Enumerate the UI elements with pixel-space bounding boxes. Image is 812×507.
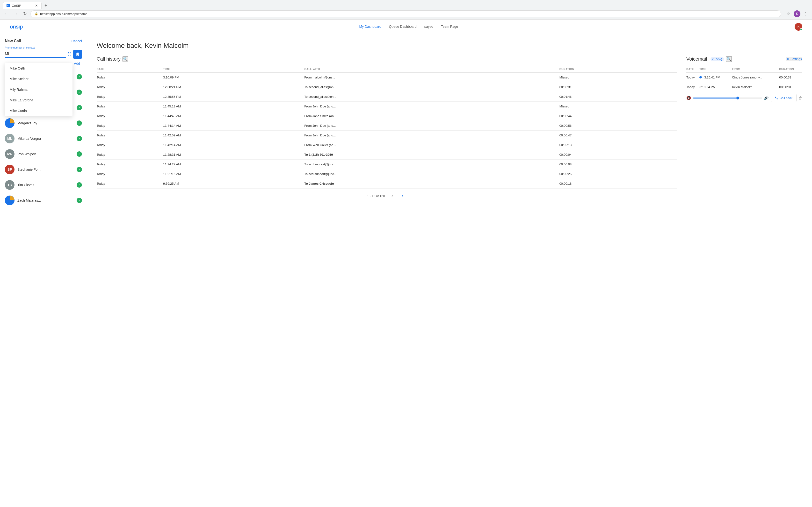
tab-close-btn[interactable]: ✕ [35,4,38,7]
sidebar: New Call Cancel Phone number or contact … [0,34,87,507]
online-badge: ✓ [77,74,82,79]
add-button[interactable]: Add [72,61,82,66]
ch-call-with: To second_alias@on... [304,92,559,102]
vm-date: Today [686,73,699,82]
ch-call-with: From John Doe (ano... [304,131,559,140]
list-item[interactable]: Zach Mataras... ✓ [0,193,87,208]
nav-right: K [795,23,802,31]
call-button[interactable] [73,50,82,59]
next-page-button[interactable]: › [400,192,406,199]
voicemail-settings-button[interactable]: ⚙ Settings [786,57,802,61]
ch-time: 11:42:59 AM [163,131,304,140]
dialpad-icon[interactable]: ⠿ [68,51,71,57]
avatar: ML [5,134,14,144]
online-badge: ✓ [77,136,82,141]
new-tab-button[interactable]: + [43,2,49,9]
browser-chrome: O OnSIP ✕ + ← → ↻ 🔒 https://app.onsip.co… [0,0,812,19]
dropdown-item-mike-la-vorgna[interactable]: Mike La Vorgna [5,95,72,106]
browser-tab[interactable]: O OnSIP ✕ [3,2,42,9]
ch-time: 11:24:27 AM [163,160,304,169]
cancel-button[interactable]: Cancel [71,39,82,43]
table-row: Today11:44:14 AMFrom John Doe (ano...00:… [97,121,677,131]
forward-button[interactable]: → [12,10,19,17]
phone-input[interactable] [5,51,66,58]
ch-date: Today [97,73,163,82]
ch-call-with: To second_alias@on... [304,82,559,92]
ch-time: 11:44:45 AM [163,111,304,121]
settings-label: Settings [791,57,802,61]
list-item[interactable]: RW Rob Wolpov ✓ [0,146,87,162]
address-bar[interactable]: 🔒 https://app.onsip.com/app/#/home [31,10,781,17]
col-date: DATE [97,66,163,73]
list-item[interactable]: SF Stephanie For... ✓ [0,162,87,177]
audio-thumb [737,97,739,100]
ch-date: Today [97,131,163,140]
url-text: https://app.onsip.com/app/#/home [40,12,777,16]
phone-input-row: ⠿ [5,50,82,59]
table-row: Today 3:10:24 PM Kevin Malcolm 00:00:01 [686,82,802,92]
welcome-title: Welcome back, Kevin Malcolm [97,42,802,50]
list-item[interactable]: ML Mike La Vorgna ✓ [0,131,87,146]
pagination: 1 - 12 of 120 ‹ › [97,192,677,199]
dropdown-item-mily-rahman[interactable]: Mily Rahman [5,84,72,95]
reload-button[interactable]: ↻ [21,10,29,17]
online-badge: ✓ [77,151,82,157]
ch-call-with: To acd.support@junc... [304,160,559,169]
dropdown-item-mike-curtin[interactable]: Mike Curtin [5,106,72,116]
vm-col-duration: DURATION [779,66,802,73]
call-history-search-button[interactable]: 🔍 [122,56,128,62]
vm-from: Kevin Malcolm [732,82,779,92]
profile-button[interactable]: K [794,10,800,17]
avatar: TC [5,180,14,190]
more-options-icon[interactable]: ⋮ [802,10,809,17]
dropdown-item-mike-oeth[interactable]: Mike Oeth [5,63,72,74]
top-nav: onsip My Dashboard Queue Dashboard sayso… [0,19,812,34]
browser-actions: ☆ K ⋮ [785,10,809,17]
nav-my-dashboard[interactable]: My Dashboard [359,20,381,33]
call-back-button[interactable]: Call back [771,94,797,102]
ch-time: 11:28:31 AM [163,150,304,160]
nav-team-page[interactable]: Team Page [441,20,458,33]
back-button[interactable]: ← [3,10,10,17]
contact-list: JG Jim Greenberg ✓ Joseph De Bari ✓ [0,69,87,507]
vm-time: 3:10:24 PM [699,82,732,92]
volume-icon[interactable]: 🔊 [764,96,769,100]
table-row: Today11:21:16 AMTo acd.support@junc...00… [97,169,677,179]
online-badge: ✓ [77,105,82,110]
user-avatar[interactable]: K [795,23,802,31]
ch-duration: 00:00:44 [559,111,677,121]
avatar: SF [5,165,14,174]
ch-duration: 00:00:47 [559,131,677,140]
ch-time: 11:42:14 AM [163,140,304,150]
contact-name: Stephanie For... [17,168,74,171]
ch-duration: 00:00:18 [559,179,677,188]
call-history-header: Call history 🔍 [97,56,677,62]
delete-voicemail-button[interactable]: 🗑 [799,96,802,100]
prev-page-button[interactable]: ‹ [389,192,396,199]
contact-name: Zach Mataras... [17,199,74,202]
table-row: Today12:35:56 PMTo second_alias@on...00:… [97,92,677,102]
voicemail-search-button[interactable]: 🔍 [726,56,732,62]
bookmark-star-icon[interactable]: ☆ [785,10,792,17]
nav-sayso[interactable]: sayso [424,20,433,33]
nav-queue-dashboard[interactable]: Queue Dashboard [389,20,416,33]
audio-progress-bar[interactable] [693,98,762,99]
autocomplete-dropdown: Mike Oeth Mike Steiner Mily Rahman Mike … [5,63,72,116]
vm-duration: 00:00:01 [779,82,802,92]
vm-col-from: FROM [732,66,779,73]
contact-name: Rob Wolpov [17,152,74,156]
mute-icon[interactable]: 🔇 [686,96,691,100]
dropdown-item-mike-steiner[interactable]: Mike Steiner [5,74,72,84]
ch-time: 12:38:21 PM [163,82,304,92]
pagination-text: 1 - 12 of 120 [367,194,385,198]
ch-date: Today [97,160,163,169]
list-item[interactable]: TC Tim Cleves ✓ [0,177,87,193]
ch-call-with: To 1 (215) 701-3050 [304,150,559,160]
tab-favicon: O [6,4,10,7]
list-item[interactable]: Margaret Joy ✓ [0,115,87,131]
ch-call-with: From Jane Smith (an... [304,111,559,121]
ch-time: 11:44:14 AM [163,121,304,131]
ch-call-with: To acd.support@junc... [304,169,559,179]
online-badge: ✓ [77,90,82,95]
ch-date: Today [97,102,163,111]
